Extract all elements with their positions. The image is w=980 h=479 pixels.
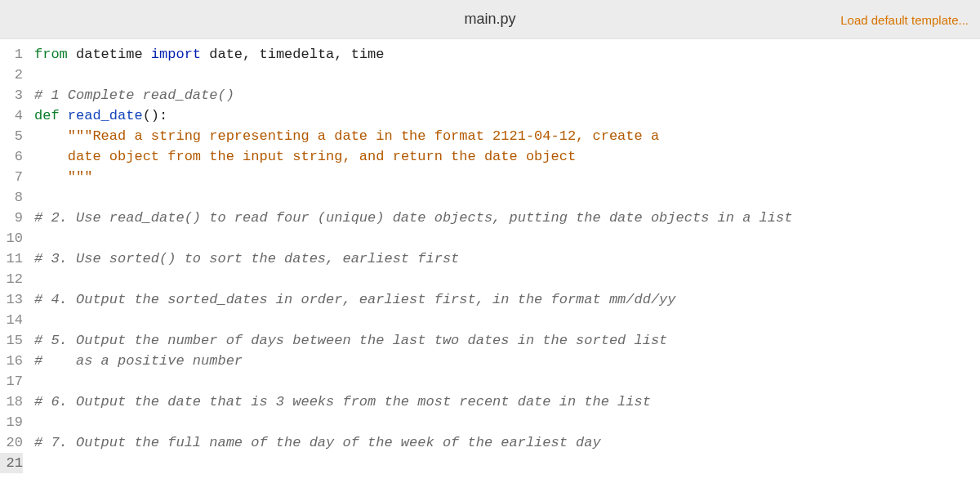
load-default-template-link[interactable]: Load default template... <box>840 12 969 26</box>
code-line[interactable]: # 1 Complete read_date() <box>34 85 792 105</box>
code-line[interactable]: # 3. Use sorted() to sort the dates, ear… <box>34 248 792 269</box>
code-line[interactable] <box>34 412 792 432</box>
code-token: # 2. Use read_date() to read four (uniqu… <box>34 210 792 226</box>
code-line[interactable] <box>34 269 792 289</box>
line-number: 3 <box>0 85 23 105</box>
line-number: 7 <box>0 167 23 187</box>
line-number: 6 <box>0 146 23 167</box>
code-line[interactable] <box>34 187 792 208</box>
code-line[interactable]: # 4. Output the sorted_dates in order, e… <box>34 289 792 310</box>
code-editor[interactable]: 123456789101112131415161718192021 from d… <box>0 39 980 473</box>
line-number: 1 <box>0 44 23 65</box>
line-number: 20 <box>0 432 23 453</box>
code-token: import <box>151 47 201 62</box>
code-line[interactable] <box>34 310 792 330</box>
line-number: 15 <box>0 330 23 351</box>
code-token: from <box>34 47 68 62</box>
code-line[interactable]: """Read a string representing a date in … <box>34 126 792 146</box>
line-number: 5 <box>0 126 23 146</box>
code-token: # 4. Output the sorted_dates in order, e… <box>34 292 676 307</box>
code-line[interactable]: def read_date(): <box>34 105 792 126</box>
code-line[interactable]: """ <box>34 167 792 187</box>
code-line[interactable] <box>34 228 792 248</box>
code-token: datetime <box>76 47 143 62</box>
code-token: # as a positive number <box>34 353 243 369</box>
line-number: 13 <box>0 289 23 310</box>
code-token <box>34 169 68 185</box>
code-line[interactable]: # 7. Output the full name of the day of … <box>34 432 792 453</box>
line-number: 16 <box>0 351 23 371</box>
code-token: def <box>34 108 60 123</box>
line-number: 14 <box>0 310 23 330</box>
line-number: 17 <box>0 371 23 392</box>
line-number: 4 <box>0 105 23 126</box>
code-line[interactable]: date object from the input string, and r… <box>34 146 792 167</box>
line-number: 12 <box>0 269 23 289</box>
code-area[interactable]: from datetime import date, timedelta, ti… <box>28 44 792 473</box>
code-token: # 6. Output the date that is 3 weeks fro… <box>34 394 651 410</box>
editor-header: main.py Load default template... <box>0 0 980 39</box>
code-token: # 7. Output the full name of the day of … <box>34 435 601 450</box>
line-number: 9 <box>0 208 23 228</box>
code-token: read_date <box>68 108 143 123</box>
line-number: 8 <box>0 187 23 208</box>
line-number: 10 <box>0 228 23 248</box>
code-token <box>34 149 68 164</box>
line-number: 18 <box>0 392 23 412</box>
code-line[interactable] <box>34 371 792 392</box>
line-number-gutter: 123456789101112131415161718192021 <box>0 44 28 473</box>
line-number: 21 <box>0 453 23 473</box>
code-line[interactable]: # 5. Output the number of days between t… <box>34 330 792 351</box>
file-title: main.py <box>464 11 515 28</box>
code-token: date, timedelta, time <box>209 47 384 62</box>
code-token <box>60 108 68 123</box>
code-token: # 1 Complete read_date() <box>34 87 234 103</box>
code-line[interactable]: # 2. Use read_date() to read four (uniqu… <box>34 208 792 228</box>
code-line[interactable]: from datetime import date, timedelta, ti… <box>34 44 792 65</box>
line-number: 11 <box>0 248 23 269</box>
code-token: # 5. Output the number of days between t… <box>34 333 667 348</box>
code-token <box>34 128 68 144</box>
line-number: 19 <box>0 412 23 432</box>
code-line[interactable]: # 6. Output the date that is 3 weeks fro… <box>34 392 792 412</box>
code-token <box>68 47 76 62</box>
code-token: (): <box>143 108 168 123</box>
code-line[interactable] <box>34 453 792 473</box>
code-line[interactable] <box>34 65 792 85</box>
code-token <box>201 47 209 62</box>
code-token: """ <box>68 169 93 185</box>
code-token <box>143 47 151 62</box>
code-token: """Read a string representing a date in … <box>68 128 659 144</box>
line-number: 2 <box>0 65 23 85</box>
code-token: date object from the input string, and r… <box>68 149 576 164</box>
code-token: # 3. Use sorted() to sort the dates, ear… <box>34 251 459 266</box>
code-line[interactable]: # as a positive number <box>34 351 792 371</box>
